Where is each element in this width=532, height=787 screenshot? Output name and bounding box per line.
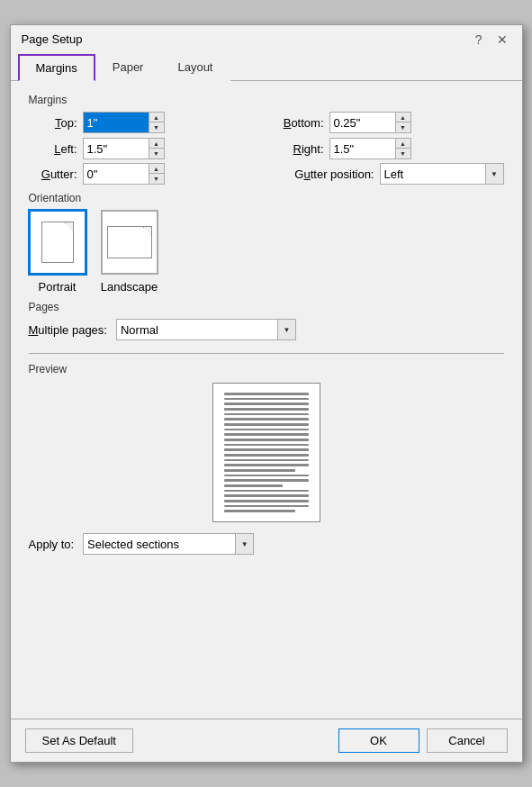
gutter-spin-up[interactable]: ▲	[149, 164, 164, 174]
portrait-button[interactable]: Portrait	[29, 210, 86, 294]
apply-to-select[interactable]: Selected sections Whole document This se…	[84, 534, 235, 554]
gutter-position-arrow-icon: ▼	[485, 164, 503, 184]
landscape-button[interactable]: Landscape	[101, 210, 158, 294]
gutter-field-row: Gutter: ▲ ▼	[29, 163, 257, 185]
preview-line	[224, 429, 309, 431]
top-label: Top:	[29, 116, 77, 130]
left-field-row: Left: ▲ ▼	[29, 138, 257, 159]
left-spinner-buttons: ▲ ▼	[149, 139, 164, 158]
orientation-options: Portrait Landscape	[29, 210, 504, 294]
gutter-spinner-buttons: ▲ ▼	[149, 164, 164, 184]
left-spinner: ▲ ▼	[83, 138, 165, 159]
portrait-fold-icon	[65, 222, 73, 231]
gutter-input[interactable]	[84, 164, 149, 184]
preview-line	[224, 469, 296, 472]
preview-line	[224, 454, 309, 457]
pages-row: Multiple pages: Normal Mirror margins 2 …	[29, 319, 504, 340]
left-spin-up[interactable]: ▲	[149, 139, 164, 149]
right-spin-up[interactable]: ▲	[396, 139, 410, 149]
apply-arrow-icon: ▼	[235, 534, 253, 554]
gutter-row: Gutter: ▲ ▼ Gutter position: Left Top	[29, 163, 504, 185]
preview-line	[224, 448, 309, 451]
top-spin-up[interactable]: ▲	[149, 113, 164, 122]
apply-row: Apply to: Selected sections Whole docume…	[29, 533, 504, 555]
right-spin-down[interactable]: ▼	[396, 149, 410, 158]
dialog-title: Page Setup	[22, 32, 83, 46]
preview-line	[224, 403, 309, 405]
preview-line	[224, 459, 309, 462]
preview-line	[224, 475, 309, 477]
dialog-footer: Set As Default OK Cancel	[11, 719, 522, 762]
preview-line	[224, 484, 284, 487]
left-input[interactable]	[84, 139, 149, 158]
gutter-spin-down[interactable]: ▼	[149, 174, 164, 184]
preview-line	[224, 413, 309, 416]
top-spinner-buttons: ▲ ▼	[149, 113, 164, 132]
orientation-label: Orientation	[29, 192, 504, 204]
tab-margins[interactable]: Margins	[18, 54, 95, 81]
pages-section-label: Pages	[29, 301, 504, 313]
left-label: Left:	[29, 142, 77, 156]
dialog-body: Margins Top: ▲ ▼ Bottom:	[11, 81, 522, 719]
portrait-icon	[29, 210, 86, 275]
margins-grid: Top: ▲ ▼ Bottom: ▲ ▼	[29, 112, 504, 159]
preview-line	[224, 494, 309, 497]
set-default-button[interactable]: Set As Default	[25, 728, 133, 753]
close-button[interactable]: ✕	[493, 33, 511, 46]
tabs-row: Margins Paper Layout	[11, 53, 522, 81]
top-spinner: ▲ ▼	[83, 112, 165, 133]
title-controls: ? ✕	[472, 33, 511, 46]
gutter-position-select-wrapper: Left Top ▼	[380, 163, 504, 185]
preview-line	[224, 418, 309, 421]
bottom-spin-up[interactable]: ▲	[396, 113, 410, 122]
page-setup-dialog: Page Setup ? ✕ Margins Paper Layout Marg…	[10, 24, 523, 763]
gutter-position-label: Gutter position:	[275, 167, 374, 181]
left-spin-down[interactable]: ▼	[149, 149, 164, 158]
bottom-field-row: Bottom: ▲ ▼	[275, 112, 504, 133]
preview-line	[224, 510, 296, 512]
multiple-pages-label: Multiple pages:	[29, 323, 107, 337]
preview-line	[224, 433, 309, 436]
bottom-spinner: ▲ ▼	[329, 112, 411, 133]
preview-line	[224, 393, 309, 395]
preview-line	[224, 439, 309, 441]
preview-container	[29, 383, 504, 522]
apply-select-wrapper: Selected sections Whole document This se…	[83, 533, 254, 555]
multiple-pages-select[interactable]: Normal Mirror margins 2 pages per sheet …	[117, 320, 277, 339]
landscape-fold-icon	[143, 227, 151, 235]
preview-line	[224, 398, 309, 401]
preview-line	[224, 444, 309, 447]
landscape-doc	[107, 226, 152, 258]
tab-paper[interactable]: Paper	[95, 54, 161, 81]
pages-section: Pages Multiple pages: Normal Mirror marg…	[29, 301, 504, 340]
title-bar: Page Setup ? ✕	[11, 25, 522, 51]
bottom-spinner-buttons: ▲ ▼	[395, 113, 410, 132]
bottom-input[interactable]	[330, 113, 395, 132]
bottom-label: Bottom:	[275, 116, 324, 130]
preview-line	[224, 408, 309, 411]
apply-label: Apply to:	[29, 538, 75, 551]
gutter-position-select[interactable]: Left Top	[381, 164, 485, 184]
help-button[interactable]: ?	[472, 33, 486, 46]
landscape-label: Landscape	[101, 280, 158, 294]
preview-line	[224, 479, 309, 482]
top-field-row: Top: ▲ ▼	[29, 112, 257, 133]
gutter-label: Gutter:	[29, 167, 77, 181]
top-input[interactable]	[84, 113, 149, 132]
bottom-spin-down[interactable]: ▼	[396, 122, 410, 132]
ok-button[interactable]: OK	[338, 728, 419, 753]
orientation-section: Orientation Portrait	[29, 192, 504, 294]
top-spin-down[interactable]: ▼	[149, 122, 164, 132]
preview-line	[224, 423, 309, 426]
right-field-row: Right: ▲ ▼	[275, 138, 504, 159]
tab-layout[interactable]: Layout	[160, 54, 230, 81]
preview-label: Preview	[29, 363, 504, 375]
preview-line	[224, 490, 309, 493]
cancel-button[interactable]: Cancel	[427, 728, 508, 753]
preview-page	[212, 383, 320, 522]
multiple-pages-select-wrapper: Normal Mirror margins 2 pages per sheet …	[116, 319, 296, 340]
portrait-label: Portrait	[39, 280, 77, 294]
right-input[interactable]	[330, 139, 395, 158]
footer-left: Set As Default	[25, 728, 133, 753]
gutter-position-field-row: Gutter position: Left Top ▼	[275, 163, 504, 185]
